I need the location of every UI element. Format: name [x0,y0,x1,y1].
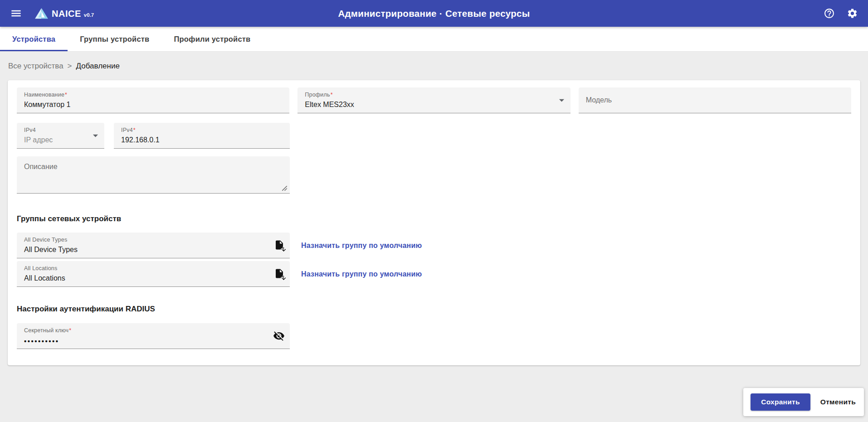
form-row-1: Наименование* Коммутатор 1 Профиль* Elte… [17,87,851,113]
naice-logo-icon [34,7,49,19]
ipv4-field-label: IPv4* [121,127,283,134]
ip-version-select-label-text: IPv4 [24,127,36,133]
group-row-device-types: All Device Types All Device Types Назнач… [17,233,851,258]
settings-button[interactable] [847,8,858,19]
gear-icon [847,8,858,19]
groups-section-title: Группы сетевых устройств [17,214,851,223]
hamburger-icon [10,7,22,19]
ipv4-field[interactable]: IPv4* 192.168.0.1 [114,123,290,149]
profile-select[interactable]: Профиль* Eltex MES23xx [297,87,570,113]
brand-version: v0.7 [84,13,94,20]
breadcrumb: Все устройства > Добавление [8,62,868,71]
profile-select-label-text: Профиль [305,92,330,98]
visibility-off-icon[interactable] [273,330,285,342]
secret-key-value: •••••••••• [24,337,267,345]
required-mark: * [133,127,136,133]
tab-device-groups[interactable]: Группы устройств [68,27,161,51]
device-types-group-label: All Device Types [24,237,269,244]
save-button[interactable]: Сохранить [751,393,810,411]
model-field-placeholder: Модель [586,96,612,104]
tabs-bar: Устройства Группы устройств Профили устр… [0,27,868,52]
secret-key-label: Секретный ключ* [24,327,267,335]
brand-name: NAICE [52,9,81,19]
locations-group-label: All Locations [24,265,269,272]
secret-row: Секретный ключ* •••••••••• [17,323,851,349]
assign-default-group-link[interactable]: Назначить группу по умолчанию [301,242,422,250]
secret-key-field[interactable]: Секретный ключ* •••••••••• [17,323,290,349]
tab-devices-label: Устройства [12,35,55,44]
description-textarea[interactable] [17,156,290,193]
group-row-locations: All Locations All Locations Назначить гр… [17,261,851,287]
locations-group-value: All Locations [24,274,269,282]
ip-version-select-label: IPv4 [24,127,97,134]
cancel-button[interactable]: Отменить [819,393,857,411]
model-field[interactable]: Модель [579,87,851,113]
device-types-group-value: All Device Types [24,246,269,254]
breadcrumb-current: Добавление [76,62,120,71]
resize-handle-icon[interactable] [282,185,288,191]
help-button[interactable] [824,8,835,19]
profile-select-value: Eltex MES23xx [305,101,563,109]
profile-select-label: Профиль* [305,92,563,99]
ipv4-field-value: 192.168.0.1 [121,136,283,144]
tab-devices[interactable]: Устройства [0,27,68,51]
assign-default-group-icon[interactable] [273,268,285,280]
name-field-label: Наименование* [24,92,282,99]
assign-default-group-link[interactable]: Назначить группу по умолчанию [301,270,422,278]
ipv4-field-label-text: IPv4 [121,127,133,133]
name-field-value: Коммутатор 1 [24,101,282,109]
help-icon [824,8,835,19]
required-mark: * [331,92,333,98]
required-mark: * [69,327,71,334]
breadcrumb-separator: > [68,62,72,71]
secret-key-label-text: Секретный ключ [24,327,68,334]
tab-device-groups-label: Группы устройств [80,35,149,44]
name-field[interactable]: Наименование* Коммутатор 1 [17,87,289,113]
tab-device-profiles-label: Профили устройств [174,35,250,44]
action-bar: Сохранить Отменить [743,388,864,416]
device-types-group-select[interactable]: All Device Types All Device Types [17,233,290,258]
appbar: NAICE v0.7 Администрирование · Сетевые р… [0,0,868,27]
chevron-down-icon[interactable] [556,94,568,107]
radius-section-title: Настройки аутентификации RADIUS [17,305,851,314]
tab-device-profiles[interactable]: Профили устройств [161,27,263,51]
form-card: Наименование* Коммутатор 1 Профиль* Elte… [8,80,860,365]
app-root: NAICE v0.7 Администрирование · Сетевые р… [0,0,868,365]
breadcrumb-parent-link[interactable]: Все устройства [8,62,63,71]
appbar-actions [824,8,858,19]
chevron-down-icon[interactable] [89,130,102,142]
form-row-2: IPv4 IP адрес IPv4* 192.168.0.1 [17,123,851,149]
assign-default-group-icon[interactable] [273,239,285,252]
page-title: Администрирование · Сетевые ресурсы [338,8,530,19]
description-textarea-wrap [17,156,290,194]
locations-group-select[interactable]: All Locations All Locations [17,261,290,287]
ip-version-select[interactable]: IPv4 IP адрес [17,123,104,149]
required-mark: * [65,92,67,98]
brand[interactable]: NAICE v0.7 [34,7,94,19]
name-field-label-text: Наименование [24,92,64,98]
ip-version-select-value: IP адрес [24,136,97,144]
menu-button[interactable] [10,7,22,19]
